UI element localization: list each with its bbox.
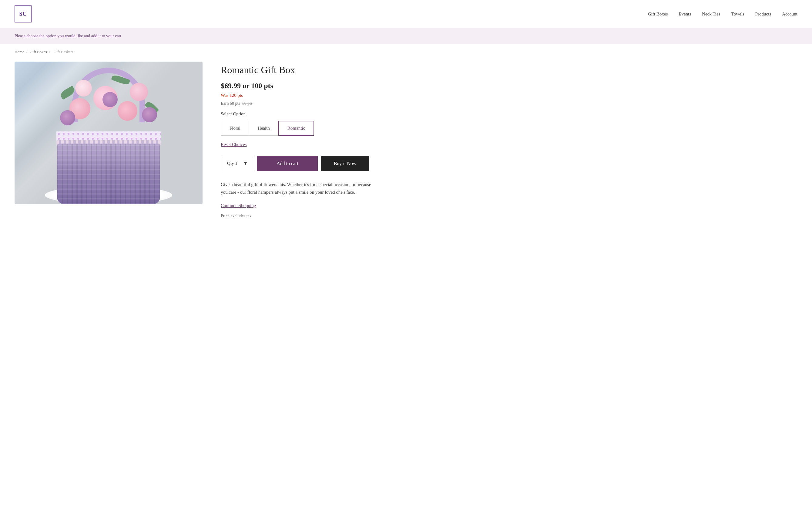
earn-label: Earn 60 pts (221, 101, 240, 106)
price-note: Price excludes tax (221, 214, 798, 219)
main-content: Romantic Gift Box $69.99 or 100 pts Was … (0, 58, 812, 233)
rose-5 (130, 83, 148, 101)
product-image (14, 62, 203, 204)
breadcrumb-current: Gift Baskets (54, 50, 74, 54)
option-buttons: Floral Health Romantic (221, 121, 798, 136)
logo[interactable]: SC (14, 5, 32, 23)
product-details: Romantic Gift Box $69.99 or 100 pts Was … (221, 62, 798, 219)
option-health[interactable]: Health (249, 121, 278, 136)
nav-towels[interactable]: Towels (731, 11, 744, 17)
buy-now-button[interactable]: Buy it Now (321, 156, 369, 171)
option-floral[interactable]: Floral (221, 121, 249, 136)
basket-body (57, 143, 160, 204)
main-nav: Gift Boxes Events Neck Ties Towels Produ… (648, 11, 798, 17)
product-price: $69.99 or 100 pts (221, 82, 798, 90)
purple-flower-3 (60, 110, 75, 125)
product-description: Give a beautiful gift of flowers this. W… (221, 181, 378, 196)
select-option-label: Select Option (221, 111, 798, 116)
reset-choices-link[interactable]: Reset Choices (221, 142, 246, 147)
leaf-1 (59, 86, 76, 100)
product-image-container (14, 62, 203, 204)
notice-bar: Please choose the option you would like … (0, 28, 812, 44)
nav-products[interactable]: Products (755, 11, 772, 17)
purple-flower-2 (142, 107, 157, 122)
earn-was: 50 pts (242, 101, 253, 106)
qty-label: Qty 1 (227, 161, 237, 166)
qty-chevron-icon: ▼ (243, 161, 248, 166)
basket-weave (57, 143, 160, 204)
was-price: Was 120 pts (221, 93, 798, 98)
qty-select[interactable]: Qty 1 ▼ (221, 156, 254, 171)
breadcrumb-gift-boxes[interactable]: Gift Boxes (30, 50, 47, 54)
rose-3 (118, 101, 137, 121)
leaf-2 (111, 74, 130, 86)
purchase-row: Qty 1 ▼ Add to cart Buy it Now (221, 156, 798, 171)
option-romantic[interactable]: Romantic (278, 121, 314, 136)
breadcrumb-sep-1: / (26, 50, 29, 54)
nav-neck-ties[interactable]: Neck Ties (702, 11, 720, 17)
breadcrumb-sep-2: / (49, 50, 51, 54)
header: SC Gift Boxes Events Neck Ties Towels Pr… (0, 0, 812, 28)
nav-gift-boxes[interactable]: Gift Boxes (648, 11, 668, 17)
breadcrumb-home[interactable]: Home (14, 50, 24, 54)
product-title: Romantic Gift Box (221, 64, 798, 76)
rose-4 (75, 80, 92, 97)
purple-flower-1 (103, 92, 118, 107)
add-to-cart-button[interactable]: Add to cart (257, 156, 318, 171)
nav-account[interactable]: Account (782, 11, 798, 17)
notice-message: Please choose the option you would like … (14, 34, 121, 38)
earn-pts: Earn 60 pts 50 pts (221, 101, 798, 106)
continue-shopping-link[interactable]: Continue Shopping (221, 203, 256, 208)
breadcrumb: Home / Gift Boxes / Gift Baskets (0, 44, 812, 58)
nav-events[interactable]: Events (678, 11, 691, 17)
